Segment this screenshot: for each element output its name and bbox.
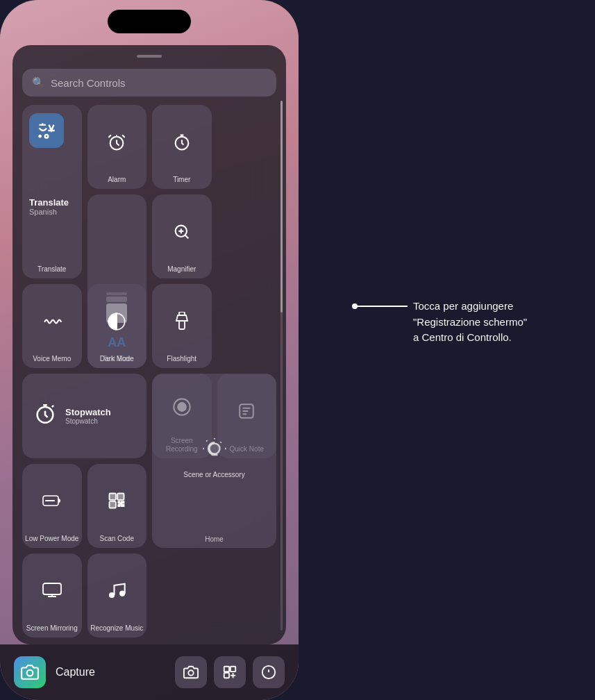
- flashlight-icon: [155, 290, 209, 353]
- drag-indicator: [137, 55, 162, 58]
- empty-space-1: [217, 105, 277, 189]
- svg-rect-27: [224, 673, 229, 678]
- svg-rect-18: [110, 503, 115, 508]
- svg-rect-26: [231, 667, 235, 672]
- svg-rect-7: [179, 321, 185, 329]
- search-icon: 🔍: [32, 76, 45, 89]
- alarm-label: Alarm: [108, 176, 126, 184]
- darkmode-icon: [90, 290, 144, 353]
- svg-rect-16: [119, 494, 124, 499]
- phone: 🔍 Search Controls Translate Spanish T: [0, 0, 299, 700]
- stopwatch-icon: [33, 402, 57, 431]
- svg-point-22: [120, 592, 125, 597]
- dynamic-island: [108, 10, 191, 33]
- screenmirror-control[interactable]: Screen Mirroring: [22, 553, 82, 638]
- empty-space-2: [217, 194, 277, 278]
- control-center: 🔍 Search Controls Translate Spanish T: [12, 45, 286, 644]
- recognizemusic-label: Recognize Music: [90, 624, 143, 633]
- scancode-label: Scan Code: [100, 535, 134, 543]
- bottom-dock: Capture: [0, 644, 299, 700]
- svg-point-0: [38, 135, 42, 138]
- svg-point-23: [27, 670, 33, 676]
- capture-app-label: Capture: [56, 666, 95, 678]
- scene-inner: Scene or Accessory: [155, 379, 274, 535]
- svg-point-1: [45, 135, 49, 138]
- darkmode-label: Dark Mode: [100, 355, 134, 363]
- svg-point-24: [188, 670, 193, 675]
- voicememo-control[interactable]: Voice Memo: [22, 284, 82, 368]
- dock-icon-1[interactable]: [175, 656, 207, 688]
- dock-icons-right: [175, 656, 285, 688]
- darkmode-control[interactable]: Dark Mode: [87, 284, 147, 368]
- controls-grid: Translate Spanish Translate Alarm: [22, 105, 276, 638]
- screenmirror-icon: [25, 559, 79, 622]
- timer-icon: [155, 110, 209, 174]
- search-bar[interactable]: 🔍 Search Controls: [22, 69, 276, 97]
- translate-control[interactable]: Translate Spanish Translate: [22, 105, 82, 278]
- scancode-control[interactable]: Scan Code: [87, 464, 147, 548]
- alarm-icon: [90, 110, 144, 174]
- scrollbar-track: [280, 101, 283, 631]
- translate-subtitle: Spanish: [29, 208, 75, 216]
- flashlight-label: Flashlight: [167, 355, 196, 363]
- scene-sublabel: Home: [205, 535, 224, 543]
- timer-control[interactable]: Timer: [152, 105, 212, 189]
- magnifier-control[interactable]: Magnifier: [152, 194, 212, 278]
- magnifier-icon: [155, 200, 209, 263]
- annotation-line: [352, 306, 408, 307]
- dock-icon-3[interactable]: [253, 656, 285, 688]
- scancode-icon: [90, 469, 144, 533]
- svg-point-19: [209, 443, 219, 453]
- alarm-control[interactable]: Alarm: [87, 105, 147, 189]
- translate-bottom-label: Translate: [29, 265, 75, 273]
- screenmirror-label: Screen Mirroring: [26, 624, 78, 633]
- dock-icon-2[interactable]: [214, 656, 246, 688]
- scene-icon: [202, 436, 227, 467]
- lowpower-control[interactable]: Low Power Mode: [22, 464, 82, 548]
- stopwatch-subtitle: Stopwatch: [65, 417, 111, 425]
- svg-point-21: [110, 593, 115, 598]
- lowpower-label: Low Power Mode: [25, 535, 78, 543]
- scene-label: Scene or Accessory: [183, 471, 244, 479]
- voicememo-icon: [25, 290, 79, 353]
- stopwatch-text: Stopwatch Stopwatch: [65, 407, 111, 425]
- annotation-area: Tocca per aggiungere"Registrazione scher…: [352, 299, 588, 346]
- scene-control[interactable]: Scene or Accessory Home: [152, 374, 276, 547]
- lowpower-icon: [25, 469, 79, 533]
- recognizemusic-control[interactable]: Recognize Music: [87, 553, 147, 638]
- svg-rect-20: [43, 583, 61, 594]
- annotation-text: Tocca per aggiungere"Registrazione scher…: [413, 299, 527, 346]
- timer-label: Timer: [173, 176, 190, 184]
- translate-icon: [29, 113, 64, 148]
- recognizemusic-icon: [90, 559, 144, 622]
- svg-rect-25: [224, 667, 229, 672]
- capture-app-icon[interactable]: [14, 656, 46, 688]
- voicememo-label: Voice Memo: [33, 355, 71, 363]
- stopwatch-title: Stopwatch: [65, 407, 111, 417]
- empty-space-3: [217, 284, 277, 368]
- flashlight-control[interactable]: Flashlight: [152, 284, 212, 368]
- svg-rect-14: [110, 494, 115, 499]
- magnifier-label: Magnifier: [167, 265, 196, 274]
- scrollbar-thumb: [280, 101, 283, 312]
- translate-title: Translate: [29, 197, 75, 208]
- search-bar-text: Search Controls: [51, 77, 126, 89]
- stopwatch-control[interactable]: Stopwatch Stopwatch: [22, 374, 146, 458]
- translate-text: Translate Spanish: [29, 197, 75, 216]
